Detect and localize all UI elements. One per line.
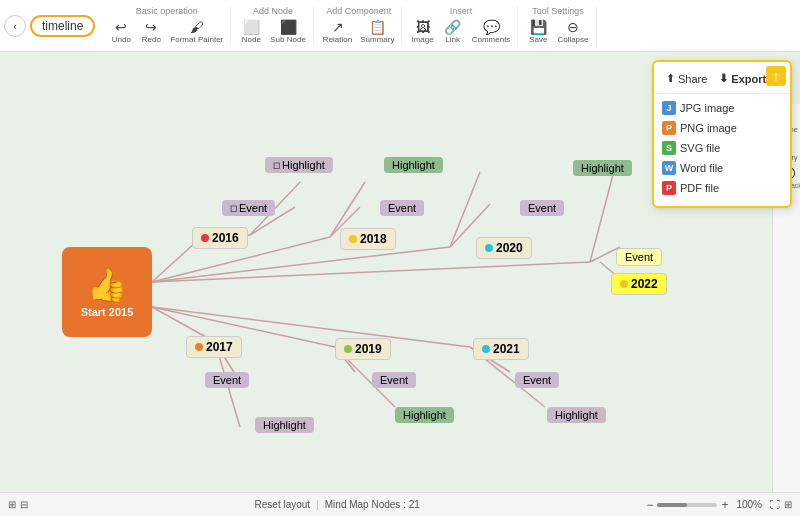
highlight-2018-node[interactable]: Highlight	[384, 157, 443, 173]
year-2019-node[interactable]: 2019	[335, 338, 391, 360]
fullscreen-icon[interactable]: ⛶	[770, 499, 780, 510]
event-2020-node[interactable]: Event	[520, 200, 564, 216]
year-2020-label: 2020	[496, 241, 523, 255]
zoom-bar[interactable]	[657, 503, 717, 507]
svg-line-10	[152, 262, 590, 282]
dot-2016	[201, 234, 209, 242]
dot-2018	[349, 235, 357, 243]
export-svg-button[interactable]: S SVG file	[654, 138, 790, 158]
statusbar-left: ⊞ ⊟	[8, 499, 28, 510]
pdf-label: PDF file	[680, 182, 719, 194]
pdf-icon: P	[662, 181, 676, 195]
export-header: ⬆ Share ⬇ Export ↑	[654, 70, 790, 94]
relation-button[interactable]: ↗Relation	[320, 18, 355, 46]
toolbar-group-insert: Insert 🖼Image 🔗Link 💬Comments	[404, 6, 518, 46]
highlight-2020-node[interactable]: Highlight	[573, 160, 632, 176]
dot-2019	[344, 345, 352, 353]
reset-layout-label[interactable]: Reset layout	[255, 499, 311, 510]
share-icon: ⬆	[666, 72, 675, 85]
year-2016-node[interactable]: 2016	[192, 227, 248, 249]
highlight-2021-label: Highlight	[555, 409, 598, 421]
event-2021-node[interactable]: Event	[515, 372, 559, 388]
start-label: Start 2015	[81, 306, 134, 318]
event-2016-label: Event	[239, 202, 267, 214]
event-2018-label: Event	[388, 202, 416, 214]
event-2019-label: Event	[380, 374, 408, 386]
dot-2017	[195, 343, 203, 351]
dot-2022	[620, 280, 628, 288]
undo-button[interactable]: ↩Undo	[107, 18, 135, 46]
highlight-2016-node[interactable]: ◻ Highlight	[265, 157, 333, 173]
export-button[interactable]: ⬇ Export	[715, 70, 770, 87]
start-node[interactable]: 👍 Start 2015	[62, 247, 152, 337]
event-2019-node[interactable]: Event	[372, 372, 416, 388]
share-label: Share	[678, 73, 707, 85]
export-png-button[interactable]: P PNG image	[654, 118, 790, 138]
timeline-tab[interactable]: timeline	[30, 15, 95, 37]
zoom-minus-button[interactable]: −	[646, 498, 653, 512]
year-2018-node[interactable]: 2018	[340, 228, 396, 250]
zoom-bar-fill	[657, 503, 687, 507]
zoom-plus-button[interactable]: +	[721, 498, 728, 512]
mind-map-canvas[interactable]: 👍 Start 2015 2016 ◻ Event ◻ Highlight 20…	[0, 52, 800, 516]
year-2022-label: 2022	[631, 277, 658, 291]
image-button[interactable]: 🖼Image	[408, 18, 436, 46]
dot-2021	[482, 345, 490, 353]
export-word-button[interactable]: W Word file	[654, 158, 790, 178]
save-button[interactable]: 💾Save	[524, 18, 552, 46]
redo-button[interactable]: ↪Redo	[137, 18, 165, 46]
fit-icon[interactable]: ⊞	[784, 499, 792, 510]
event-2016-node[interactable]: ◻ Event	[222, 200, 275, 216]
node-button[interactable]: ⬜Node	[237, 18, 265, 46]
event-2017-node[interactable]: Event	[205, 372, 249, 388]
year-2017-label: 2017	[206, 340, 233, 354]
word-icon: W	[662, 161, 676, 175]
year-2022-node[interactable]: 2022	[611, 273, 667, 295]
highlight-2017-node[interactable]: Highlight	[255, 417, 314, 433]
format-painter-button[interactable]: 🖌Format Painter	[167, 18, 226, 46]
word-label: Word file	[680, 162, 723, 174]
event-2022-node[interactable]: Event	[616, 248, 662, 266]
export-arrow-icon[interactable]: ↑	[766, 66, 786, 86]
event-2020-label: Event	[528, 202, 556, 214]
add-component-label: Add Component	[326, 6, 391, 16]
tool-settings-label: Tool Settings	[532, 6, 584, 16]
add-node-label: Add Node	[253, 6, 293, 16]
year-2019-label: 2019	[355, 342, 382, 356]
year-2021-label: 2021	[493, 342, 520, 356]
statusbar-right: − + 100% ⛶ ⊞	[646, 498, 792, 512]
year-2021-node[interactable]: 2021	[473, 338, 529, 360]
event-2018-node[interactable]: Event	[380, 200, 424, 216]
year-2016-label: 2016	[212, 231, 239, 245]
collapse-button[interactable]: ⊖Collapse	[554, 18, 591, 46]
export-pdf-button[interactable]: P PDF file	[654, 178, 790, 198]
share-button[interactable]: ⬆ Share	[662, 70, 711, 87]
statusbar-center: Reset layout | Mind Map Nodes : 21	[36, 499, 638, 510]
export-icon: ⬇	[719, 72, 728, 85]
comments-button[interactable]: 💬Comments	[469, 18, 514, 46]
svg-line-8	[450, 172, 480, 247]
year-2017-node[interactable]: 2017	[186, 336, 242, 358]
highlight-2021-node[interactable]: Highlight	[547, 407, 606, 423]
highlight-2019-node[interactable]: Highlight	[395, 407, 454, 423]
statusbar-icon-left2: ⊟	[20, 499, 28, 510]
svg-line-0	[152, 242, 196, 282]
toolbar-group-tool-settings: Tool Settings 💾Save ⊖Collapse	[520, 6, 596, 46]
summary-button[interactable]: 📋Summary	[357, 18, 397, 46]
jpg-label: JPG image	[680, 102, 734, 114]
highlight-2018-label: Highlight	[392, 159, 435, 171]
statusbar-icon-left: ⊞	[8, 499, 16, 510]
png-icon: P	[662, 121, 676, 135]
link-button[interactable]: 🔗Link	[439, 18, 467, 46]
png-label: PNG image	[680, 122, 737, 134]
svg-label: SVG file	[680, 142, 720, 154]
svg-line-12	[590, 167, 615, 262]
highlight-2017-label: Highlight	[263, 419, 306, 431]
year-2020-node[interactable]: 2020	[476, 237, 532, 259]
export-jpg-button[interactable]: J JPG image	[654, 98, 790, 118]
highlight-2016-label: Highlight	[282, 159, 325, 171]
toolbar-group-basic: Basic operation ↩Undo ↪Redo 🖌Format Pain…	[103, 6, 231, 46]
back-button[interactable]: ‹	[4, 15, 26, 37]
toolbar-group-add-component: Add Component ↗Relation 📋Summary	[316, 6, 403, 46]
sub-node-button[interactable]: ⬛Sub Node	[267, 18, 309, 46]
